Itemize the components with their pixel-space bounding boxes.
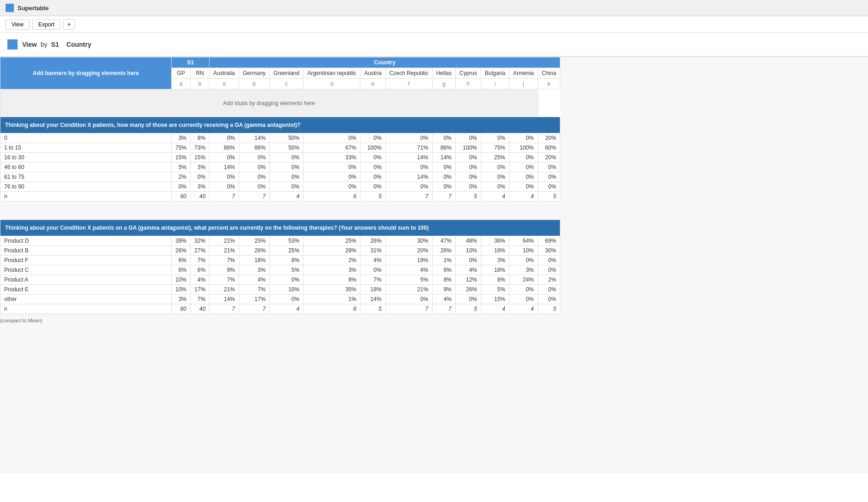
q2-val-2-6: 1%	[432, 256, 455, 265]
q2-val-6-4: 14%	[360, 295, 385, 304]
q2-data-row-4: Product A10%4%7%4%0%8%7%5%8%12%8%24%2%	[0, 275, 560, 285]
q1-val-2-4: 0%	[360, 153, 385, 163]
q2-val-3-9: 3%	[509, 265, 538, 275]
q2-rn-6: 7%	[191, 295, 210, 304]
q2-data-row-3: Product C6%6%9%3%5%3%0%4%6%4%18%3%0%	[0, 265, 560, 275]
q2-label-5: Product E	[0, 285, 172, 295]
q1-gp-1: 75%	[172, 143, 191, 153]
q2-n-val-0: 7	[210, 304, 239, 314]
q1-n-val-1: 7	[239, 192, 269, 201]
q2-val-0-1: 25%	[239, 236, 269, 246]
q2-gp-6: 3%	[172, 295, 191, 304]
q2-val-4-2: 0%	[270, 275, 304, 285]
q2-val-4-8: 8%	[481, 275, 509, 285]
title-bar: Supertable	[0, 0, 868, 16]
q2-val-3-6: 6%	[432, 265, 455, 275]
banner-placeholder-cell: Add banners by dragging elements here	[0, 57, 172, 89]
q2-val-6-10: 0%	[538, 295, 560, 304]
q2-val-0-6: 47%	[432, 236, 455, 246]
q1-val-1-9: 100%	[509, 143, 538, 153]
q1-val-0-6: 0%	[432, 133, 455, 143]
q1-val-5-10: 0%	[538, 182, 560, 192]
q1-n-val-7: 5	[456, 192, 481, 201]
q2-val-2-0: 7%	[210, 256, 239, 265]
q1-n-label: n	[0, 192, 172, 201]
q2-val-1-3: 28%	[304, 246, 360, 256]
country-col-3: Argentinian republic	[304, 68, 360, 79]
q2-data-row-2: Product F6%7%7%18%8%2%4%19%1%0%3%0%0%	[0, 256, 560, 265]
q1-n-val-8: 4	[481, 192, 509, 201]
q1-val-3-6: 0%	[432, 163, 455, 172]
view-label: View	[22, 41, 37, 48]
q1-val-0-9: 0%	[509, 133, 538, 143]
q2-rn-5: 17%	[191, 285, 210, 295]
q1-rn-5: 3%	[191, 182, 210, 192]
q1-val-1-1: 86%	[239, 143, 269, 153]
country-letter-10: k	[538, 79, 560, 89]
q2-val-1-4: 31%	[360, 246, 385, 256]
q1-val-3-7: 0%	[456, 163, 481, 172]
q2-n-val-6: 7	[432, 304, 455, 314]
q2-n-gp: 60	[172, 304, 191, 314]
view-button[interactable]: View	[6, 19, 30, 30]
add-tab-button[interactable]: +	[63, 19, 75, 30]
q1-val-0-0: 0%	[210, 133, 239, 143]
q2-n-val-7: 5	[456, 304, 481, 314]
q1-rn-4: 0%	[191, 172, 210, 182]
q1-val-5-6: 0%	[432, 182, 455, 192]
q2-val-0-2: 53%	[270, 236, 304, 246]
question1-row: Thinking about your Condition X patients…	[0, 117, 560, 133]
q2-label-3: Product C	[0, 265, 172, 275]
q2-val-1-1: 26%	[239, 246, 269, 256]
q1-val-5-1: 0%	[239, 182, 269, 192]
q1-n-row: n604077465775445	[0, 192, 560, 201]
question1-text: Thinking about your Condition X patients…	[0, 117, 560, 133]
q2-rn-0: 32%	[191, 236, 210, 246]
country-col-1: Germany	[239, 68, 269, 79]
q2-val-2-2: 8%	[270, 256, 304, 265]
q1-label-1: 1 to 15	[0, 143, 172, 153]
s1-col-1: RN	[191, 68, 210, 79]
q1-val-1-10: 60%	[538, 143, 560, 153]
q2-n-val-9: 4	[509, 304, 538, 314]
q1-label-5: 76 to 90	[0, 182, 172, 192]
q1-val-5-4: 0%	[360, 182, 385, 192]
q1-val-4-7: 0%	[456, 172, 481, 182]
q1-val-3-10: 0%	[538, 163, 560, 172]
q1-val-4-6: 0%	[432, 172, 455, 182]
q2-data-row-6: other3%7%14%17%0%1%14%0%4%0%15%0%0%	[0, 295, 560, 304]
q2-gp-0: 39%	[172, 236, 191, 246]
country-letter-8: i	[481, 79, 509, 89]
country-col-6: Hellas	[432, 68, 455, 79]
q1-n-val-2: 4	[270, 192, 304, 201]
q1-val-0-4: 0%	[360, 133, 385, 143]
q2-data-row-1: Product B26%27%21%26%25%28%31%20%26%10%1…	[0, 246, 560, 256]
q1-val-2-0: 0%	[210, 153, 239, 163]
main-table: Add banners by dragging elements hereS1C…	[0, 57, 560, 314]
q1-val-4-1: 0%	[239, 172, 269, 182]
export-button[interactable]: Export	[32, 19, 61, 30]
q1-gp-3: 5%	[172, 163, 191, 172]
q1-val-1-0: 86%	[210, 143, 239, 153]
q1-data-row-4: 61 to 752%0%0%0%0%0%0%14%0%0%0%0%0%	[0, 172, 560, 182]
q1-n-gp: 60	[172, 192, 191, 201]
q2-gp-3: 6%	[172, 265, 191, 275]
country-letter-3: d	[304, 79, 360, 89]
q1-val-1-7: 100%	[456, 143, 481, 153]
q2-val-4-4: 7%	[360, 275, 385, 285]
q2-label-2: Product F	[0, 256, 172, 265]
q2-rn-3: 6%	[191, 265, 210, 275]
country-header: Country	[210, 57, 560, 68]
q2-val-6-8: 15%	[481, 295, 509, 304]
q2-n-val-2: 4	[270, 304, 304, 314]
q1-val-5-0: 0%	[210, 182, 239, 192]
q1-val-4-10: 0%	[538, 172, 560, 182]
q2-val-3-4: 0%	[360, 265, 385, 275]
q2-val-6-2: 0%	[270, 295, 304, 304]
q2-val-6-9: 0%	[509, 295, 538, 304]
q1-data-row-1: 1 to 1575%73%86%86%50%67%100%71%86%100%7…	[0, 143, 560, 153]
view-icon	[7, 39, 18, 50]
country-col-5: Czech Republic	[385, 68, 432, 79]
s1-col-0: GP	[172, 68, 191, 79]
q1-val-4-0: 0%	[210, 172, 239, 182]
